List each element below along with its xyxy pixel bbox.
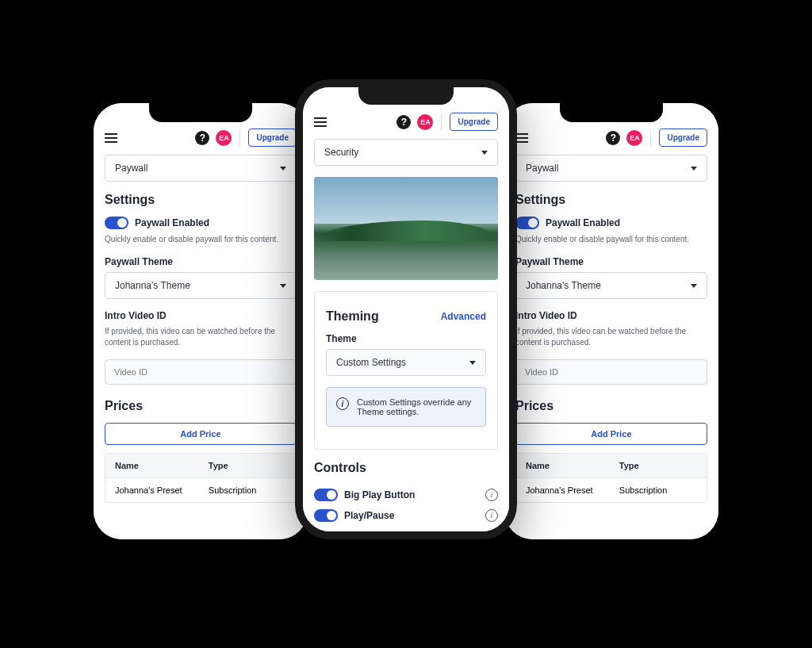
help-icon[interactable]: ? [606,131,620,145]
chevron-down-icon [280,284,286,288]
info-icon[interactable]: i [485,509,498,522]
chevron-down-icon [691,284,697,288]
divider [650,129,651,147]
menu-icon[interactable] [515,133,528,143]
add-price-button[interactable]: Add Price [515,423,707,445]
section-picker[interactable]: Paywall [105,155,297,182]
picker-value: Security [324,147,358,158]
table-row[interactable]: Johanna's Preset Subscription [516,478,707,502]
paywall-toggle-row: Paywall Enabled [105,217,297,229]
menu-icon[interactable] [314,117,327,127]
intro-desc: If provided, this video can be watched b… [105,326,297,348]
section-picker[interactable]: Paywall [515,155,707,182]
col-type: Type [209,461,286,470]
chevron-down-icon [481,151,488,155]
avatar[interactable]: EA [626,130,642,146]
paywall-desc: Quickly enable or disable paywall for th… [515,234,707,245]
upgrade-button[interactable]: Upgrade [659,128,707,147]
info-text: Custom Settings override any Theme setti… [357,397,476,416]
advanced-link[interactable]: Advanced [441,311,486,322]
theme-value: Custom Settings [336,357,406,368]
cell-name: Johanna's Preset [115,485,209,495]
table-row[interactable]: Johanna's Preset Subscription [105,478,296,502]
cell-type: Subscription [209,485,286,495]
phone-right: ? EA Upgrade Paywall Settings Paywall En… [504,103,718,539]
info-icon: i [336,397,349,410]
intro-video-input[interactable] [105,359,297,385]
section-picker[interactable]: Security [314,139,498,166]
intro-video-input[interactable] [515,359,707,385]
topbar-right: ? EA Upgrade [606,128,707,147]
col-type: Type [619,461,697,470]
play-pause-toggle[interactable] [314,509,338,522]
paywall-toggle[interactable] [515,217,539,229]
picker-value: Paywall [115,163,147,174]
info-banner: i Custom Settings override any Theme set… [326,387,486,427]
control-play-pause: Play/Pause i [314,505,498,526]
upgrade-button[interactable]: Upgrade [450,113,498,131]
phone-left: ? EA Upgrade Paywall Settings Paywall En… [94,103,308,539]
notch [149,103,252,122]
controls-title: Controls [314,461,498,475]
settings-title: Settings [515,193,707,207]
screen-left: ? EA Upgrade Paywall Settings Paywall En… [94,103,308,539]
theme-value: Johanna's Theme [526,280,601,291]
menu-icon[interactable] [105,133,117,143]
divider [239,129,240,147]
chevron-down-icon [469,361,476,365]
theming-title: Theming [326,309,379,324]
paywall-desc: Quickly enable or disable paywall for th… [105,234,297,245]
help-icon[interactable]: ? [396,115,411,129]
prices-table: Name Type Johanna's Preset Subscription [105,453,297,503]
notch [358,87,454,105]
paywall-toggle-row: Paywall Enabled [515,217,707,229]
picker-value: Paywall [526,163,558,174]
upgrade-button[interactable]: Upgrade [248,128,297,147]
prices-title: Prices [105,399,297,413]
theme-value: Johanna's Theme [115,280,190,291]
table-header: Name Type [516,454,707,478]
chevron-down-icon [280,167,286,171]
content-left: Paywall Settings Paywall Enabled Quickly… [94,155,308,514]
avatar[interactable]: EA [417,114,433,130]
paywall-toggle-label: Paywall Enabled [546,217,620,228]
screen-right: ? EA Upgrade Paywall Settings Paywall En… [504,103,718,539]
theme-label: Paywall Theme [105,256,297,267]
prices-title: Prices [515,399,707,413]
theme-select[interactable]: Johanna's Theme [515,272,707,299]
add-price-button[interactable]: Add Price [105,423,297,445]
cell-name: Johanna's Preset [526,485,619,495]
theme-select[interactable]: Custom Settings [326,349,486,376]
theme-label: Paywall Theme [515,256,707,267]
play-pause-label: Play/Pause [344,510,394,521]
help-icon[interactable]: ? [195,131,209,145]
paywall-toggle-label: Paywall Enabled [135,217,209,228]
topbar-right: ? EA Upgrade [195,128,297,147]
table-header: Name Type [105,454,296,478]
theming-card: Theming Advanced Theme Custom Settings i… [314,291,498,450]
theme-select[interactable]: Johanna's Theme [105,272,297,299]
intro-label: Intro Video ID [105,310,297,321]
theme-label: Theme [326,333,486,344]
big-play-toggle[interactable] [314,489,338,501]
prices-table: Name Type Johanna's Preset Subscription [515,453,707,503]
avatar[interactable]: EA [216,130,232,146]
col-name: Name [115,461,209,470]
info-icon[interactable]: i [485,489,498,501]
cell-type: Subscription [619,485,697,495]
settings-title: Settings [105,193,297,207]
notch [560,103,663,122]
theming-header: Theming Advanced [326,309,486,324]
chevron-down-icon [691,167,697,171]
control-big-play: Big Play Button i [314,485,498,505]
big-play-label: Big Play Button [344,489,415,500]
screen-center: ? EA Upgrade Security Theming Advanced T… [303,87,509,531]
preview-image [314,177,498,280]
phone-center: ? EA Upgrade Security Theming Advanced T… [295,79,517,539]
topbar-right: ? EA Upgrade [396,113,498,131]
intro-label: Intro Video ID [515,310,707,321]
content-right: Paywall Settings Paywall Enabled Quickly… [504,155,718,514]
paywall-toggle[interactable] [105,217,128,229]
content-center: Security Theming Advanced Theme Custom S… [303,139,509,531]
intro-desc: If provided, this video can be watched b… [515,326,707,348]
